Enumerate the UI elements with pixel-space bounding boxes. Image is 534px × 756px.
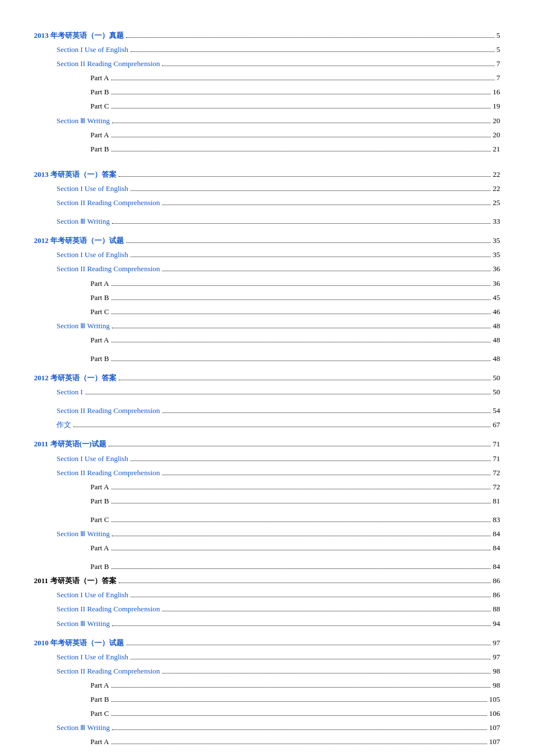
toc-row[interactable]: Part B16 bbox=[34, 86, 500, 98]
toc-label: Section Ⅲ Writing bbox=[57, 618, 110, 630]
toc-row[interactable]: Section I Use of English22 bbox=[34, 183, 500, 195]
toc-dots bbox=[112, 123, 490, 123]
toc-label: 作文 bbox=[57, 419, 71, 431]
toc-row[interactable]: Part B105 bbox=[34, 693, 500, 706]
toc-dots bbox=[111, 550, 490, 550]
toc-row[interactable]: Section Ⅲ Writing33 bbox=[34, 215, 500, 228]
toc-page: 48 bbox=[493, 320, 500, 332]
toc-label: 2011 考研英语(一)试题 bbox=[34, 438, 106, 450]
toc-label: Part A bbox=[90, 736, 109, 748]
toc-row[interactable]: Section I Use of English71 bbox=[34, 453, 500, 465]
toc-row[interactable]: Section I50 bbox=[34, 386, 500, 398]
toc-dots bbox=[112, 223, 490, 224]
toc-label: Part A bbox=[90, 481, 109, 493]
toc-dots bbox=[111, 137, 490, 137]
toc-container: 2013 年考研英语（一）真题5Section I Use of English… bbox=[34, 29, 500, 748]
toc-label: 2011 考研英语（一）答案 bbox=[34, 575, 116, 587]
toc-page: 22 bbox=[493, 183, 500, 195]
toc-row[interactable]: 2012 年考研英语（一）试题35 bbox=[34, 234, 500, 247]
toc-row[interactable]: Part B48 bbox=[34, 353, 500, 365]
toc-row[interactable]: 2013 年考研英语（一）真题5 bbox=[34, 29, 500, 42]
toc-label: Part A bbox=[90, 679, 109, 692]
toc-row[interactable]: Section Ⅲ Writing84 bbox=[34, 528, 500, 540]
toc-row[interactable]: 2013 考研英语（一）答案22 bbox=[34, 168, 500, 181]
toc-label: Section Ⅲ Writing bbox=[57, 115, 110, 127]
toc-page: 7 bbox=[497, 58, 501, 70]
toc-row[interactable]: Part B84 bbox=[34, 561, 500, 573]
toc-dots bbox=[111, 80, 494, 80]
toc-row[interactable]: Section II Reading Comprehension7 bbox=[34, 58, 500, 70]
toc-row[interactable]: Part B81 bbox=[34, 495, 500, 507]
toc-row[interactable]: Section I Use of English97 bbox=[34, 651, 500, 663]
toc-page: 81 bbox=[493, 495, 500, 507]
toc-page: 83 bbox=[493, 514, 500, 526]
toc-label: Part B bbox=[90, 561, 109, 573]
toc-label: Section II Reading Comprehension bbox=[57, 405, 160, 417]
toc-dots bbox=[162, 673, 490, 674]
toc-dots bbox=[126, 645, 490, 645]
toc-row[interactable]: Part A36 bbox=[34, 277, 500, 290]
toc-page: 7 bbox=[497, 72, 501, 84]
toc-page: 36 bbox=[493, 263, 500, 275]
toc-dots bbox=[112, 625, 490, 626]
toc-row[interactable]: Section Ⅲ Writing48 bbox=[34, 320, 500, 332]
toc-dots bbox=[111, 522, 490, 522]
toc-dots bbox=[108, 446, 490, 446]
toc-dots bbox=[111, 108, 490, 108]
toc-row[interactable]: Section II Reading Comprehension54 bbox=[34, 405, 500, 417]
toc-dots bbox=[111, 701, 487, 702]
toc-page: 22 bbox=[493, 168, 500, 181]
toc-row[interactable]: Part A84 bbox=[34, 542, 500, 554]
toc-row[interactable]: Part C19 bbox=[34, 100, 500, 112]
toc-label: Part B bbox=[90, 353, 109, 365]
toc-row[interactable]: 2012 考研英语（一）答案50 bbox=[34, 372, 500, 384]
toc-row[interactable]: 2011 考研英语（一）答案86 bbox=[34, 575, 500, 587]
toc-row[interactable]: 作文67 bbox=[34, 419, 500, 431]
toc-row[interactable]: Section II Reading Comprehension36 bbox=[34, 263, 500, 275]
toc-dots bbox=[131, 460, 490, 461]
toc-dots bbox=[112, 328, 490, 328]
toc-row[interactable]: Part B21 bbox=[34, 143, 500, 155]
toc-row[interactable]: Section I Use of English5 bbox=[34, 44, 500, 56]
toc-row[interactable]: Section II Reading Comprehension88 bbox=[34, 603, 500, 615]
toc-page: 98 bbox=[493, 679, 500, 692]
toc-label: Part A bbox=[90, 334, 109, 346]
toc-label: Part B bbox=[90, 693, 109, 706]
toc-row[interactable]: Section II Reading Comprehension25 bbox=[34, 197, 500, 209]
toc-row[interactable]: Part A48 bbox=[34, 334, 500, 346]
toc-page: 48 bbox=[493, 353, 500, 365]
toc-row[interactable]: 2010 年考研英语（一）试题97 bbox=[34, 637, 500, 649]
toc-row[interactable]: Part A98 bbox=[34, 679, 500, 692]
toc-row[interactable]: Section II Reading Comprehension72 bbox=[34, 467, 500, 479]
toc-row[interactable]: Section I Use of English86 bbox=[34, 589, 500, 601]
toc-row[interactable]: Part A107 bbox=[34, 736, 500, 748]
toc-page: 67 bbox=[493, 419, 500, 431]
toc-row[interactable]: Section II Reading Comprehension98 bbox=[34, 665, 500, 677]
toc-row[interactable]: Part A20 bbox=[34, 129, 500, 141]
toc-label: Section Ⅲ Writing bbox=[57, 722, 110, 734]
toc-row[interactable]: Section Ⅲ Writing20 bbox=[34, 115, 500, 127]
toc-dots bbox=[111, 489, 490, 489]
toc-page: 86 bbox=[493, 589, 500, 601]
toc-page: 84 bbox=[493, 561, 500, 573]
toc-row[interactable]: Part C83 bbox=[34, 514, 500, 526]
toc-row[interactable]: Section Ⅲ Writing94 bbox=[34, 618, 500, 630]
toc-dots bbox=[162, 66, 494, 66]
toc-row[interactable]: Part C46 bbox=[34, 306, 500, 318]
toc-dots bbox=[111, 299, 490, 300]
toc-row[interactable]: Part A72 bbox=[34, 481, 500, 493]
toc-row[interactable]: Part B45 bbox=[34, 292, 500, 304]
toc-row[interactable]: Section I Use of English35 bbox=[34, 249, 500, 261]
toc-row[interactable]: Section Ⅲ Writing107 bbox=[34, 722, 500, 734]
toc-dots bbox=[119, 583, 490, 583]
toc-label: Section Ⅲ Writing bbox=[57, 215, 110, 228]
toc-label: 2012 考研英语（一）答案 bbox=[34, 372, 116, 384]
toc-label: Section II Reading Comprehension bbox=[57, 665, 160, 677]
toc-dots bbox=[126, 37, 494, 38]
toc-row[interactable]: Part C106 bbox=[34, 707, 500, 720]
toc-dots bbox=[162, 205, 490, 205]
toc-row[interactable]: 2011 考研英语(一)试题71 bbox=[34, 438, 500, 450]
toc-label: Section II Reading Comprehension bbox=[57, 263, 160, 275]
toc-page: 107 bbox=[489, 722, 501, 734]
toc-row[interactable]: Part A7 bbox=[34, 72, 500, 84]
